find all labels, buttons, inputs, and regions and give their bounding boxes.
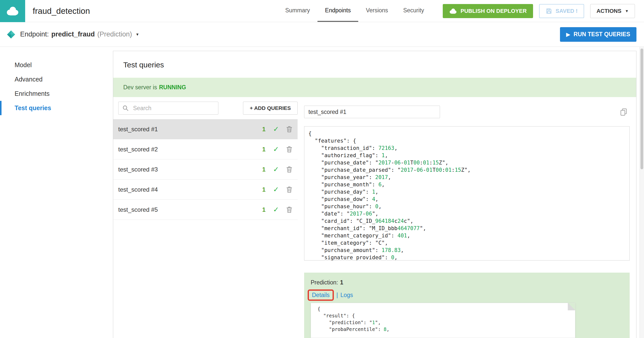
add-queries-button[interactable]: + ADD QUERIES: [243, 102, 298, 115]
app-logo[interactable]: [0, 0, 25, 22]
query-list-column: + ADD QUERIES test_scored #1 1 ✓ test_sc…: [113, 102, 298, 338]
query-list-toolbar: + ADD QUERIES: [113, 102, 298, 115]
result-links: Details | Logs: [311, 289, 630, 301]
vertical-scrollbar-thumb[interactable]: [640, 49, 643, 169]
settings-sidebar: Model Advanced Enrichments Test queries: [0, 47, 113, 338]
delete-query-icon[interactable]: [286, 186, 293, 193]
chevron-down-icon: ▼: [625, 9, 629, 13]
delete-query-icon[interactable]: [286, 206, 293, 213]
search-box: [118, 102, 218, 115]
page-title: Test queries: [113, 51, 636, 78]
tab-endpoints[interactable]: Endpoints: [317, 0, 358, 22]
saved-button[interactable]: SAVED !: [539, 4, 584, 18]
success-check-icon: ✓: [273, 165, 279, 174]
query-json-editor[interactable]: { "features": { "transaction_id": 72163,…: [304, 126, 630, 261]
endpoint-name: predict_fraud: [51, 30, 95, 38]
play-icon: ▶: [566, 31, 570, 37]
prediction-line: Prediction:1: [311, 279, 630, 286]
delete-query-icon[interactable]: [286, 146, 293, 153]
endpoint-diamond-icon: [7, 30, 16, 39]
cloud-icon: [6, 6, 19, 16]
links-separator: |: [336, 292, 338, 299]
floppy-disk-icon: [546, 8, 552, 14]
endpoint-selector[interactable]: Endpoint: predict_fraud (Prediction) ▼: [20, 30, 139, 38]
query-count: 1: [262, 206, 265, 213]
query-count: 1: [262, 166, 265, 173]
prediction-label: Prediction:: [311, 279, 338, 286]
success-check-icon: ✓: [273, 185, 279, 194]
chevron-down-icon: ▼: [136, 32, 139, 36]
endpoint-label: Endpoint:: [20, 30, 49, 38]
red-annotation-box: Details: [308, 289, 334, 301]
success-check-icon: ✓: [273, 125, 279, 133]
sidebar-item-model[interactable]: Model: [0, 58, 113, 72]
tab-security[interactable]: Security: [396, 0, 432, 22]
sidebar-item-advanced[interactable]: Advanced: [0, 72, 113, 87]
logs-link[interactable]: Logs: [340, 292, 353, 299]
query-row[interactable]: test_scored #5 1 ✓: [113, 200, 298, 220]
tab-versions[interactable]: Versions: [358, 0, 395, 22]
result-json-box: { "result": { "prediction": "1", "probaP…: [311, 303, 575, 338]
query-detail-column: { "features": { "transaction_id": 72163,…: [304, 102, 630, 338]
panel-content: + ADD QUERIES test_scored #1 1 ✓ test_sc…: [113, 97, 636, 338]
query-name: test_scored #1: [118, 126, 158, 133]
vertical-scrollbar-track: [639, 47, 644, 338]
tab-summary[interactable]: Summary: [278, 0, 317, 22]
top-buttons: PUBLISH ON DEPLOYER SAVED ! ACTIONS ▼: [443, 4, 635, 18]
sidebar-item-enrichments[interactable]: Enrichments: [0, 87, 113, 101]
dev-server-status-banner: Dev server is RUNNING: [113, 78, 636, 97]
success-check-icon: ✓: [273, 145, 279, 153]
query-count: 1: [262, 146, 265, 153]
top-header: fraud_detection Summary Endpoints Versio…: [0, 0, 644, 22]
actions-button[interactable]: ACTIONS ▼: [590, 4, 635, 18]
query-row[interactable]: test_scored #3 1 ✓: [113, 159, 298, 180]
search-input[interactable]: [118, 102, 218, 115]
query-name-input[interactable]: [304, 106, 440, 118]
query-row[interactable]: test_scored #4 1 ✓: [113, 180, 298, 200]
copy-icon[interactable]: [620, 108, 628, 116]
page-body: Model Advanced Enrichments Test queries …: [0, 47, 644, 338]
prediction-value: 1: [340, 279, 343, 286]
delete-query-icon[interactable]: [286, 166, 293, 173]
query-row[interactable]: test_scored #1 1 ✓: [113, 119, 298, 139]
endpoint-type: (Prediction): [97, 30, 132, 38]
query-name: test_scored #3: [118, 166, 158, 173]
endpoint-header: Endpoint: predict_fraud (Prediction) ▼ ▶…: [0, 22, 644, 47]
delete-query-icon[interactable]: [286, 126, 293, 133]
query-name-row: [304, 106, 630, 118]
prediction-result-panel: Prediction:1 Details | Logs { "result": …: [304, 273, 630, 338]
test-queries-panel: Test queries Dev server is RUNNING + ADD…: [113, 51, 636, 338]
query-list: test_scored #1 1 ✓ test_scored #2 1 ✓: [113, 119, 298, 220]
details-link[interactable]: Details: [312, 292, 330, 299]
query-row[interactable]: test_scored #2 1 ✓: [113, 139, 298, 159]
query-count: 1: [262, 126, 265, 133]
query-name: test_scored #5: [118, 206, 158, 213]
query-name: test_scored #4: [118, 186, 158, 193]
run-test-queries-button[interactable]: ▶ RUN TEST QUERIES: [560, 27, 636, 42]
success-check-icon: ✓: [273, 205, 279, 214]
query-count: 1: [262, 186, 265, 193]
server-status-badge: RUNNING: [159, 84, 186, 91]
banner-text: Dev server is: [123, 84, 157, 91]
query-name: test_scored #2: [118, 146, 158, 153]
cloud-icon: [449, 8, 457, 14]
publish-on-deployer-button[interactable]: PUBLISH ON DEPLOYER: [443, 4, 533, 18]
project-title: fraud_detection: [33, 6, 90, 16]
sidebar-item-test-queries[interactable]: Test queries: [0, 101, 113, 115]
top-nav-tabs: Summary Endpoints Versions Security: [278, 0, 432, 22]
search-icon: [122, 105, 129, 111]
